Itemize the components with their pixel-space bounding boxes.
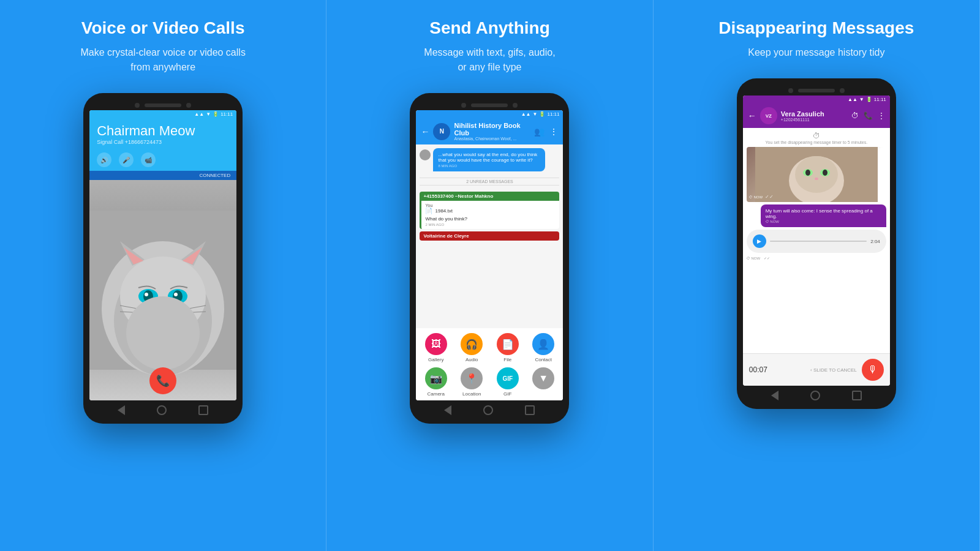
- sender1-time: 2 MIN AGO: [425, 223, 556, 227]
- file-msg: 📄 1984.txt: [425, 208, 556, 214]
- attach-more[interactable]: ▼: [527, 367, 560, 397]
- camera-dot-1: [135, 103, 140, 108]
- camera-dot-6: [840, 88, 845, 93]
- signal-2: ▲▲: [521, 111, 531, 117]
- call-name: Chairman Meow: [97, 123, 229, 139]
- attach-gif[interactable]: GIF GIF: [491, 367, 524, 397]
- panel-title-2: Send Anything: [429, 18, 550, 38]
- attachment-bar-row1: 🖼 Gallery 🎧 Audio 📄 File 👤 Contact: [416, 328, 563, 367]
- chat-body: ...what you would say at the end, do you…: [416, 144, 563, 328]
- call-header: Chairman Meow Signal Call +18666724473: [89, 118, 236, 149]
- audio-label: Audio: [466, 357, 478, 362]
- file-attach-icon: 📄: [497, 333, 519, 355]
- phone-screen-1: ▲▲ ▼ 🔋 11:11 Chairman Meow Signal Call +…: [89, 110, 236, 400]
- phone-bottom-2: [416, 400, 563, 418]
- back-arrow-chat[interactable]: ←: [421, 127, 429, 137]
- speaker-2: [471, 103, 508, 107]
- dm-contact-avatar: VZ: [760, 107, 777, 124]
- time-3: 11:11: [874, 97, 886, 102]
- svg-point-13: [174, 293, 178, 296]
- mute-btn[interactable]: 🎤: [119, 152, 134, 167]
- play-button[interactable]: ▶: [753, 234, 766, 248]
- phone-bottom-1: [89, 400, 236, 418]
- back-button-1[interactable]: [118, 405, 125, 415]
- svg-point-12: [145, 293, 148, 296]
- gallery-label: Gallery: [428, 357, 443, 362]
- gif-label: GIF: [503, 391, 511, 397]
- svg-point-28: [815, 178, 818, 180]
- panel-subtitle-1: Make crystal-clear voice or video callsf…: [80, 45, 245, 75]
- incoming-bubble: ...what you would say at the end, do you…: [433, 148, 545, 171]
- signal-icon-1: ▲▲: [194, 111, 204, 117]
- group-name: Nihilist History Book Club: [454, 122, 530, 137]
- home-button-3[interactable]: [810, 391, 820, 400]
- phone-1: ▲▲ ▼ 🔋 11:11 Chairman Meow Signal Call +…: [83, 93, 243, 424]
- attach-file[interactable]: 📄 File: [491, 333, 524, 362]
- battery-2: 🔋: [539, 111, 545, 117]
- phone-top-3: [743, 84, 890, 96]
- record-time: 00:07: [749, 365, 767, 374]
- panel-subtitle-2: Message with text, gifs, audio,or any fi…: [424, 45, 555, 75]
- audio-progress-bar: [770, 241, 867, 242]
- phone-top-1: [89, 99, 236, 110]
- back-button-2[interactable]: [444, 405, 451, 415]
- sender-avatar-1: [420, 149, 431, 160]
- svg-point-23: [795, 156, 838, 193]
- panel-voice-video: Voice or Video Calls Make crystal-clear …: [0, 0, 326, 551]
- phone-bottom-3: [743, 386, 890, 403]
- location-label: Location: [462, 391, 481, 397]
- gif-icon: GIF: [497, 367, 519, 389]
- wifi-icon-1: ▼: [206, 111, 211, 117]
- mic-button[interactable]: 🎙: [862, 359, 884, 381]
- connected-bar: CONNECTED: [89, 171, 236, 180]
- phone-2: ▲▲ ▼ 🔋 11:11 ← N Nihilist History Book C…: [410, 93, 569, 424]
- back-button-3[interactable]: [771, 391, 778, 400]
- timer-icon[interactable]: ⏱: [851, 111, 859, 120]
- camera-dot-5: [788, 88, 793, 93]
- photo-time: ⏱ NOW: [749, 195, 763, 200]
- time-1: 11:11: [221, 111, 233, 117]
- back-arrow-dm[interactable]: ←: [748, 111, 756, 121]
- speaker-1: [145, 103, 181, 107]
- dm-body: ⏱ You set the disappearing message timer…: [743, 128, 890, 353]
- more-icon-dm[interactable]: ⋮: [878, 111, 885, 120]
- phone-screen-3: ▲▲ ▼ 🔋 11:11 ← VZ Vera Zasulich +1202456…: [743, 96, 890, 386]
- outgoing-row: My turn will also come: I sense the spre…: [747, 204, 886, 227]
- msg-you-label: You: [425, 203, 556, 208]
- panel-subtitle-3: Keep your message history tidy: [748, 45, 884, 60]
- svg-point-27: [823, 170, 827, 176]
- home-button-2[interactable]: [483, 405, 493, 415]
- home-button-1[interactable]: [157, 405, 167, 415]
- incoming-msg-row: ...what you would say at the end, do you…: [420, 148, 559, 171]
- end-call-button[interactable]: 📞: [149, 367, 176, 394]
- speaker-btn[interactable]: 🔊: [97, 152, 111, 167]
- call-actions: 🔊 🎤 📹: [89, 149, 236, 171]
- record-bar: 00:07 ‹ SLIDE TO CANCEL 🎙: [743, 353, 890, 386]
- call-icon-dm[interactable]: 📞: [864, 111, 873, 120]
- attach-gallery[interactable]: 🖼 Gallery: [420, 333, 452, 362]
- contact-icon: 👤: [532, 333, 554, 355]
- audio-now-label: ⏱ NOW ✓✓: [747, 256, 886, 260]
- sender1-header: +4155337400 ~Nestor Mahkno: [420, 192, 559, 201]
- more-icon[interactable]: ⋮: [549, 127, 558, 137]
- audio-duration: 2:04: [870, 239, 880, 244]
- camera-label: Camera: [428, 391, 445, 397]
- contact-label: Contact: [535, 357, 552, 362]
- camera-icon: 📷: [425, 367, 447, 389]
- attach-audio[interactable]: 🎧 Audio: [456, 333, 488, 362]
- recents-button-3[interactable]: [852, 391, 862, 400]
- signal-3: ▲▲: [848, 97, 858, 102]
- attach-contact[interactable]: 👤 Contact: [527, 333, 560, 362]
- dm-contact-name: Vera Zasulich: [781, 110, 848, 118]
- attach-camera[interactable]: 📷 Camera: [420, 367, 452, 397]
- group-icon[interactable]: 👥: [534, 127, 545, 137]
- phone-top-2: [416, 99, 563, 110]
- attach-location[interactable]: 📍 Location: [456, 367, 488, 397]
- recents-button-1[interactable]: [198, 405, 208, 415]
- battery-icon-1: 🔋: [213, 111, 219, 117]
- gallery-icon: 🖼: [425, 333, 447, 355]
- phone-3: ▲▲ ▼ 🔋 11:11 ← VZ Vera Zasulich +1202456…: [737, 78, 896, 409]
- video-btn[interactable]: 📹: [141, 152, 156, 167]
- dm-contact-num: +12024561111: [781, 118, 848, 122]
- recents-button-2[interactable]: [525, 405, 535, 415]
